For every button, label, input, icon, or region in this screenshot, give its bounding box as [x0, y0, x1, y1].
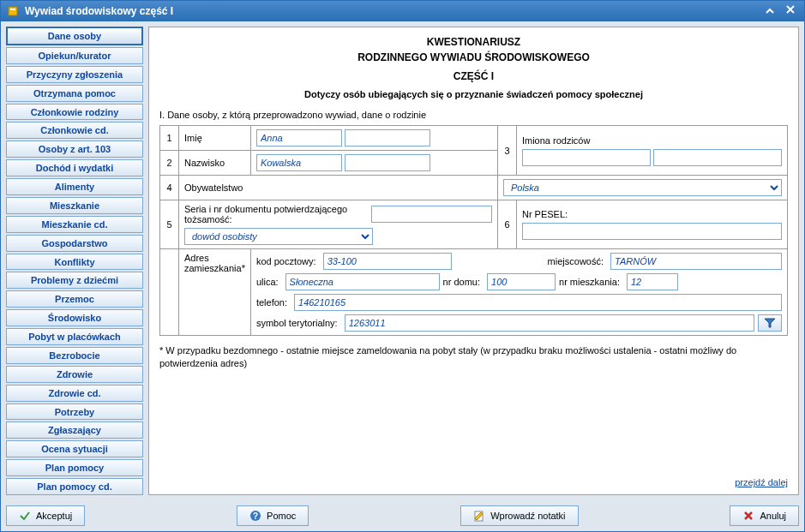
cancel-icon	[742, 510, 754, 522]
button-bar: Akceptuj ? Pomoc Wprowadź notatki Anuluj	[1, 500, 804, 531]
label-ulica: ulica:	[256, 277, 279, 287]
sidebar-item[interactable]: Mieszkanie cd.	[6, 216, 143, 233]
next-link[interactable]: przejdź dalej	[159, 469, 788, 487]
form-table: 1 Imię 3 Imiona rodziców 2	[159, 125, 788, 336]
cell-address-num	[160, 249, 179, 336]
filter-icon	[764, 318, 776, 328]
sidebar-item[interactable]: Konflikty	[6, 254, 143, 271]
sidebar-item[interactable]: Zdrowie cd.	[6, 385, 143, 402]
sidebar-item[interactable]: Środowisko	[6, 309, 143, 326]
input-kod[interactable]	[323, 253, 452, 270]
input-rodzic-1[interactable]	[522, 149, 651, 166]
label-imiona-rodzicow: Imiona rodziców	[522, 135, 782, 146]
cell-num-1: 1	[160, 126, 179, 151]
sidebar-item[interactable]: Zdrowie	[6, 366, 143, 383]
cell-num-2: 2	[160, 151, 179, 176]
sidebar-item[interactable]: Bezrobocie	[6, 347, 143, 364]
input-dokument-nr[interactable]	[371, 206, 492, 223]
cell-num-3: 3	[497, 126, 516, 176]
sidebar-item[interactable]: Alimenty	[6, 178, 143, 195]
help-icon: ?	[249, 510, 261, 522]
svg-text:?: ?	[253, 511, 258, 521]
footnote: * W przypadku bezdomnego - ostatnie miej…	[159, 344, 788, 371]
label-nrdomu: nr domu:	[443, 277, 480, 287]
input-rodzic-2[interactable]	[653, 149, 782, 166]
input-imie-2[interactable]	[345, 129, 430, 146]
input-nazwisko-2[interactable]	[345, 154, 430, 171]
accept-button[interactable]: Akceptuj	[6, 505, 85, 526]
cell-imiona-rodzicow: Imiona rodziców	[516, 126, 787, 176]
cell-address-fields: kod pocztowy: miejscowość: ulica: nr dom…	[250, 249, 787, 336]
sidebar-item[interactable]: Plan pomocy	[6, 459, 143, 476]
cell-pesel: Nr PESEL:	[516, 200, 787, 249]
label-telefon: telefon:	[256, 297, 287, 308]
select-dokument-typ[interactable]: dowód osobisty	[184, 228, 373, 245]
sidebar-item[interactable]: Opiekun/kurator	[6, 47, 143, 64]
header-line-4: Dotyczy osób ubiegających się o przyznan…	[159, 89, 788, 99]
cell-obywatelstwo-input: Polska	[497, 176, 787, 200]
maximize-button[interactable]	[761, 4, 778, 18]
cell-num-6: 6	[497, 200, 516, 249]
label-nazwisko: Nazwisko	[179, 151, 251, 176]
input-symbol[interactable]	[345, 314, 754, 332]
label-pesel: Nr PESEL:	[522, 209, 782, 219]
sidebar: Dane osobyOpiekun/kuratorPrzyczyny zgłos…	[6, 27, 143, 495]
input-telefon[interactable]	[294, 294, 782, 311]
select-obywatelstwo[interactable]: Polska	[503, 179, 782, 196]
close-button[interactable]	[782, 4, 799, 18]
input-ulica[interactable]	[285, 273, 440, 290]
label-obywatelstwo: Obywatelstwo	[179, 176, 498, 200]
svg-rect-0	[9, 7, 17, 15]
sidebar-item[interactable]: Członkowie rodziny	[6, 104, 143, 121]
sidebar-item[interactable]: Przemoc	[6, 290, 143, 308]
accept-button-label: Akceptuj	[36, 511, 72, 521]
input-imie-1[interactable]	[256, 129, 342, 146]
sidebar-item[interactable]: Plan pomocy cd.	[6, 478, 143, 495]
cell-dokument: Seria i nr dokumentu potwierdzającego to…	[179, 200, 498, 249]
notes-button-label: Wprowadź notatki	[490, 511, 565, 521]
label-miejscowosc: miejscowość:	[548, 256, 604, 266]
cancel-button-label: Anuluj	[760, 511, 786, 521]
input-pesel[interactable]	[522, 223, 782, 240]
sidebar-item[interactable]: Otrzymana pomoc	[6, 85, 143, 102]
cancel-button[interactable]: Anuluj	[730, 505, 799, 526]
help-button[interactable]: ? Pomoc	[237, 505, 309, 526]
window-title: Wywiad środowiskowy część I	[25, 5, 173, 17]
sidebar-item[interactable]: Dochód i wydatki	[6, 159, 143, 176]
sidebar-item[interactable]: Potrzeby	[6, 403, 143, 421]
sidebar-item[interactable]: Ocena sytuacji	[6, 440, 143, 457]
label-nrmieszk: nr mieszkania:	[559, 277, 620, 287]
section-1-label: I. Dane osoby, z którą przeprowadzono wy…	[159, 110, 788, 120]
sidebar-item[interactable]: Gospodarstwo	[6, 235, 143, 252]
notes-button[interactable]: Wprowadź notatki	[460, 505, 578, 526]
main-panel: KWESTIONARIUSZ RODZINNEGO WYWIADU ŚRODOW…	[148, 27, 799, 495]
label-imie: Imię	[179, 126, 251, 151]
sidebar-item[interactable]: Mieszkanie	[6, 197, 143, 214]
header-line-1: KWESTIONARIUSZ	[159, 36, 788, 48]
label-dokument: Seria i nr dokumentu potwierdzającego to…	[184, 204, 364, 224]
sidebar-item[interactable]: Problemy z dziećmi	[6, 272, 143, 289]
lookup-symbol-button[interactable]	[758, 314, 782, 332]
svg-rect-1	[10, 9, 15, 10]
input-nrdomu[interactable]	[487, 273, 556, 290]
sidebar-item[interactable]: Przyczyny zgłoszenia	[6, 66, 143, 83]
sidebar-item[interactable]: Osoby z art. 103	[6, 140, 143, 158]
window: Wywiad środowiskowy część I Dane osobyOp…	[0, 0, 805, 532]
header-line-3: CZĘŚĆ I	[159, 70, 788, 82]
titlebar: Wywiad środowiskowy część I	[1, 1, 804, 21]
sidebar-item[interactable]: Pobyt w placówkach	[6, 328, 143, 345]
header-line-2: RODZINNEGO WYWIADU ŚRODOWISKOWEGO	[159, 51, 788, 63]
input-nazwisko-1[interactable]	[256, 154, 342, 171]
input-nrmieszk[interactable]	[627, 273, 678, 290]
cell-num-5: 5	[160, 200, 179, 249]
label-kod: kod pocztowy:	[256, 256, 316, 266]
label-symbol: symbol terytorialny:	[256, 318, 338, 328]
sidebar-item[interactable]: Członkowie cd.	[6, 122, 143, 139]
app-icon	[6, 4, 20, 18]
sidebar-item[interactable]: Zgłaszający	[6, 421, 143, 439]
label-adres: Adres zamieszkania*	[179, 249, 251, 336]
cell-num-4: 4	[160, 176, 179, 200]
input-miejscowosc[interactable]	[610, 253, 782, 270]
check-icon	[19, 510, 31, 522]
sidebar-item[interactable]: Dane osoby	[6, 27, 143, 45]
